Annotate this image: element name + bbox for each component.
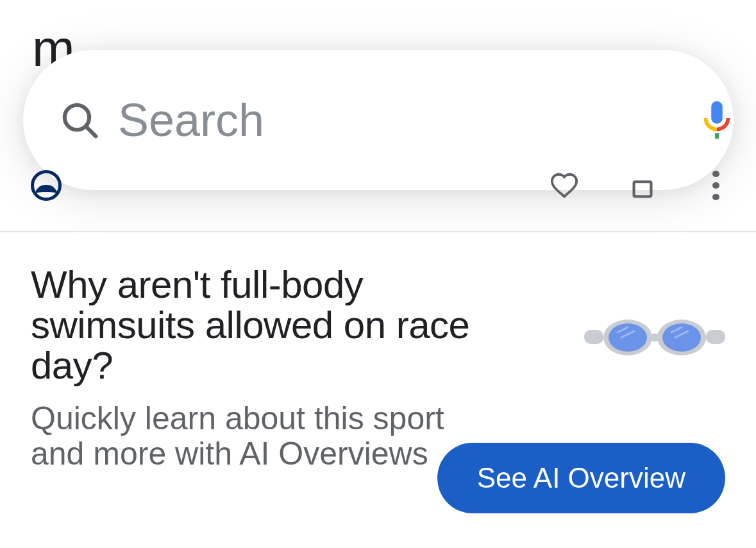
see-ai-overview-button[interactable]: See AI Overview	[437, 443, 725, 513]
share-icon[interactable]	[628, 171, 657, 200]
svg-line-1	[87, 127, 96, 137]
result-source-row	[31, 169, 725, 202]
ai-overview-subtitle: Quickly learn about this sport and more …	[31, 401, 480, 472]
search-icon	[59, 99, 100, 141]
svg-rect-4	[634, 182, 651, 196]
favorite-icon[interactable]	[550, 171, 579, 200]
guardian-favicon	[31, 170, 62, 201]
svg-rect-6	[706, 330, 725, 344]
svg-rect-5	[584, 330, 603, 344]
ai-overview-heading: Why aren't full-body swimsuits allowed o…	[31, 264, 492, 386]
search-input[interactable]	[117, 93, 694, 147]
more-options-icon[interactable]	[706, 171, 725, 200]
ai-overview-card: Why aren't full-body swimsuits allowed o…	[31, 264, 725, 472]
svg-rect-11	[648, 334, 661, 341]
mic-icon[interactable]	[694, 98, 739, 142]
section-divider	[0, 231, 756, 232]
goggles-icon	[584, 316, 725, 361]
